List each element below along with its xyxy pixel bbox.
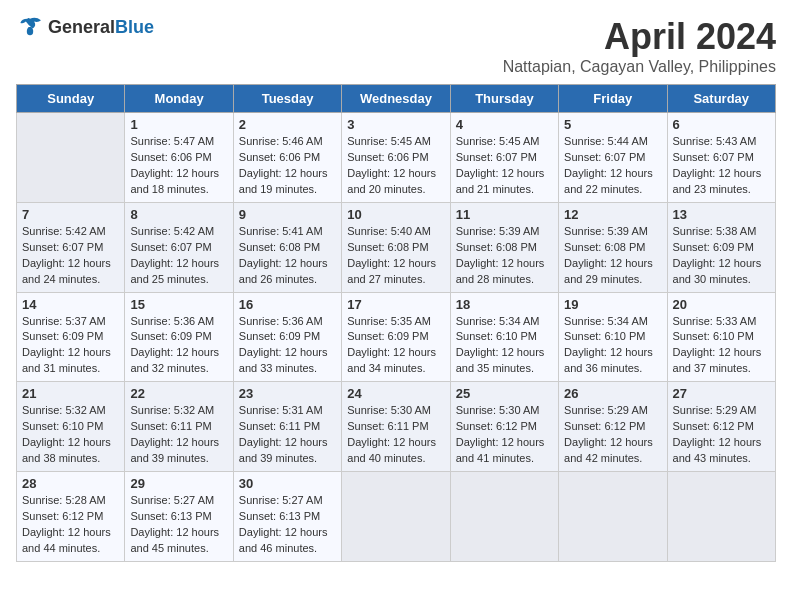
day-number: 29	[130, 476, 227, 491]
location: Nattapian, Cagayan Valley, Philippines	[503, 58, 776, 76]
calendar-cell: 14Sunrise: 5:37 AM Sunset: 6:09 PM Dayli…	[17, 292, 125, 382]
day-number: 22	[130, 386, 227, 401]
cell-content: Sunrise: 5:44 AM Sunset: 6:07 PM Dayligh…	[564, 134, 661, 198]
cell-content: Sunrise: 5:39 AM Sunset: 6:08 PM Dayligh…	[564, 224, 661, 288]
calendar-cell: 18Sunrise: 5:34 AM Sunset: 6:10 PM Dayli…	[450, 292, 558, 382]
day-number: 25	[456, 386, 553, 401]
column-header-wednesday: Wednesday	[342, 85, 450, 113]
calendar-cell: 13Sunrise: 5:38 AM Sunset: 6:09 PM Dayli…	[667, 202, 775, 292]
cell-content: Sunrise: 5:27 AM Sunset: 6:13 PM Dayligh…	[239, 493, 336, 557]
cell-content: Sunrise: 5:38 AM Sunset: 6:09 PM Dayligh…	[673, 224, 770, 288]
day-number: 18	[456, 297, 553, 312]
day-number: 12	[564, 207, 661, 222]
cell-content: Sunrise: 5:39 AM Sunset: 6:08 PM Dayligh…	[456, 224, 553, 288]
calendar-table: SundayMondayTuesdayWednesdayThursdayFrid…	[16, 84, 776, 562]
calendar-cell	[559, 472, 667, 562]
cell-content: Sunrise: 5:42 AM Sunset: 6:07 PM Dayligh…	[22, 224, 119, 288]
calendar-cell: 16Sunrise: 5:36 AM Sunset: 6:09 PM Dayli…	[233, 292, 341, 382]
cell-content: Sunrise: 5:41 AM Sunset: 6:08 PM Dayligh…	[239, 224, 336, 288]
cell-content: Sunrise: 5:36 AM Sunset: 6:09 PM Dayligh…	[239, 314, 336, 378]
calendar-cell: 25Sunrise: 5:30 AM Sunset: 6:12 PM Dayli…	[450, 382, 558, 472]
cell-content: Sunrise: 5:27 AM Sunset: 6:13 PM Dayligh…	[130, 493, 227, 557]
calendar-cell: 12Sunrise: 5:39 AM Sunset: 6:08 PM Dayli…	[559, 202, 667, 292]
cell-content: Sunrise: 5:32 AM Sunset: 6:11 PM Dayligh…	[130, 403, 227, 467]
title-block: April 2024 Nattapian, Cagayan Valley, Ph…	[503, 16, 776, 76]
calendar-cell: 9Sunrise: 5:41 AM Sunset: 6:08 PM Daylig…	[233, 202, 341, 292]
calendar-week-row: 1Sunrise: 5:47 AM Sunset: 6:06 PM Daylig…	[17, 113, 776, 203]
cell-content: Sunrise: 5:33 AM Sunset: 6:10 PM Dayligh…	[673, 314, 770, 378]
cell-content: Sunrise: 5:30 AM Sunset: 6:11 PM Dayligh…	[347, 403, 444, 467]
calendar-cell: 24Sunrise: 5:30 AM Sunset: 6:11 PM Dayli…	[342, 382, 450, 472]
day-number: 24	[347, 386, 444, 401]
day-number: 13	[673, 207, 770, 222]
day-number: 27	[673, 386, 770, 401]
day-number: 17	[347, 297, 444, 312]
cell-content: Sunrise: 5:43 AM Sunset: 6:07 PM Dayligh…	[673, 134, 770, 198]
column-header-tuesday: Tuesday	[233, 85, 341, 113]
cell-content: Sunrise: 5:28 AM Sunset: 6:12 PM Dayligh…	[22, 493, 119, 557]
cell-content: Sunrise: 5:30 AM Sunset: 6:12 PM Dayligh…	[456, 403, 553, 467]
page-header: GeneralBlue April 2024 Nattapian, Cagaya…	[16, 16, 776, 76]
calendar-cell: 1Sunrise: 5:47 AM Sunset: 6:06 PM Daylig…	[125, 113, 233, 203]
calendar-cell: 15Sunrise: 5:36 AM Sunset: 6:09 PM Dayli…	[125, 292, 233, 382]
calendar-cell: 11Sunrise: 5:39 AM Sunset: 6:08 PM Dayli…	[450, 202, 558, 292]
calendar-cell: 3Sunrise: 5:45 AM Sunset: 6:06 PM Daylig…	[342, 113, 450, 203]
calendar-week-row: 21Sunrise: 5:32 AM Sunset: 6:10 PM Dayli…	[17, 382, 776, 472]
day-number: 28	[22, 476, 119, 491]
calendar-cell: 26Sunrise: 5:29 AM Sunset: 6:12 PM Dayli…	[559, 382, 667, 472]
day-number: 8	[130, 207, 227, 222]
calendar-cell: 20Sunrise: 5:33 AM Sunset: 6:10 PM Dayli…	[667, 292, 775, 382]
month-title: April 2024	[503, 16, 776, 58]
calendar-cell: 21Sunrise: 5:32 AM Sunset: 6:10 PM Dayli…	[17, 382, 125, 472]
logo: GeneralBlue	[16, 16, 154, 38]
column-header-sunday: Sunday	[17, 85, 125, 113]
day-number: 6	[673, 117, 770, 132]
logo-bird-icon	[16, 16, 44, 38]
calendar-cell	[667, 472, 775, 562]
day-number: 2	[239, 117, 336, 132]
day-number: 23	[239, 386, 336, 401]
calendar-cell: 6Sunrise: 5:43 AM Sunset: 6:07 PM Daylig…	[667, 113, 775, 203]
cell-content: Sunrise: 5:35 AM Sunset: 6:09 PM Dayligh…	[347, 314, 444, 378]
calendar-header-row: SundayMondayTuesdayWednesdayThursdayFrid…	[17, 85, 776, 113]
calendar-cell	[450, 472, 558, 562]
calendar-week-row: 14Sunrise: 5:37 AM Sunset: 6:09 PM Dayli…	[17, 292, 776, 382]
day-number: 21	[22, 386, 119, 401]
day-number: 19	[564, 297, 661, 312]
cell-content: Sunrise: 5:37 AM Sunset: 6:09 PM Dayligh…	[22, 314, 119, 378]
calendar-cell	[17, 113, 125, 203]
day-number: 30	[239, 476, 336, 491]
calendar-cell: 22Sunrise: 5:32 AM Sunset: 6:11 PM Dayli…	[125, 382, 233, 472]
logo-text: GeneralBlue	[48, 17, 154, 38]
day-number: 14	[22, 297, 119, 312]
column-header-saturday: Saturday	[667, 85, 775, 113]
day-number: 1	[130, 117, 227, 132]
day-number: 7	[22, 207, 119, 222]
cell-content: Sunrise: 5:42 AM Sunset: 6:07 PM Dayligh…	[130, 224, 227, 288]
logo-blue: Blue	[115, 17, 154, 37]
column-header-thursday: Thursday	[450, 85, 558, 113]
calendar-cell: 29Sunrise: 5:27 AM Sunset: 6:13 PM Dayli…	[125, 472, 233, 562]
cell-content: Sunrise: 5:45 AM Sunset: 6:07 PM Dayligh…	[456, 134, 553, 198]
cell-content: Sunrise: 5:46 AM Sunset: 6:06 PM Dayligh…	[239, 134, 336, 198]
calendar-week-row: 7Sunrise: 5:42 AM Sunset: 6:07 PM Daylig…	[17, 202, 776, 292]
calendar-cell: 23Sunrise: 5:31 AM Sunset: 6:11 PM Dayli…	[233, 382, 341, 472]
day-number: 26	[564, 386, 661, 401]
column-header-friday: Friday	[559, 85, 667, 113]
calendar-cell: 7Sunrise: 5:42 AM Sunset: 6:07 PM Daylig…	[17, 202, 125, 292]
calendar-cell: 27Sunrise: 5:29 AM Sunset: 6:12 PM Dayli…	[667, 382, 775, 472]
cell-content: Sunrise: 5:34 AM Sunset: 6:10 PM Dayligh…	[564, 314, 661, 378]
column-header-monday: Monday	[125, 85, 233, 113]
cell-content: Sunrise: 5:29 AM Sunset: 6:12 PM Dayligh…	[673, 403, 770, 467]
calendar-cell: 30Sunrise: 5:27 AM Sunset: 6:13 PM Dayli…	[233, 472, 341, 562]
calendar-week-row: 28Sunrise: 5:28 AM Sunset: 6:12 PM Dayli…	[17, 472, 776, 562]
day-number: 20	[673, 297, 770, 312]
calendar-cell: 2Sunrise: 5:46 AM Sunset: 6:06 PM Daylig…	[233, 113, 341, 203]
cell-content: Sunrise: 5:36 AM Sunset: 6:09 PM Dayligh…	[130, 314, 227, 378]
calendar-cell: 10Sunrise: 5:40 AM Sunset: 6:08 PM Dayli…	[342, 202, 450, 292]
cell-content: Sunrise: 5:45 AM Sunset: 6:06 PM Dayligh…	[347, 134, 444, 198]
calendar-cell: 5Sunrise: 5:44 AM Sunset: 6:07 PM Daylig…	[559, 113, 667, 203]
calendar-cell: 8Sunrise: 5:42 AM Sunset: 6:07 PM Daylig…	[125, 202, 233, 292]
logo-general: General	[48, 17, 115, 37]
day-number: 9	[239, 207, 336, 222]
